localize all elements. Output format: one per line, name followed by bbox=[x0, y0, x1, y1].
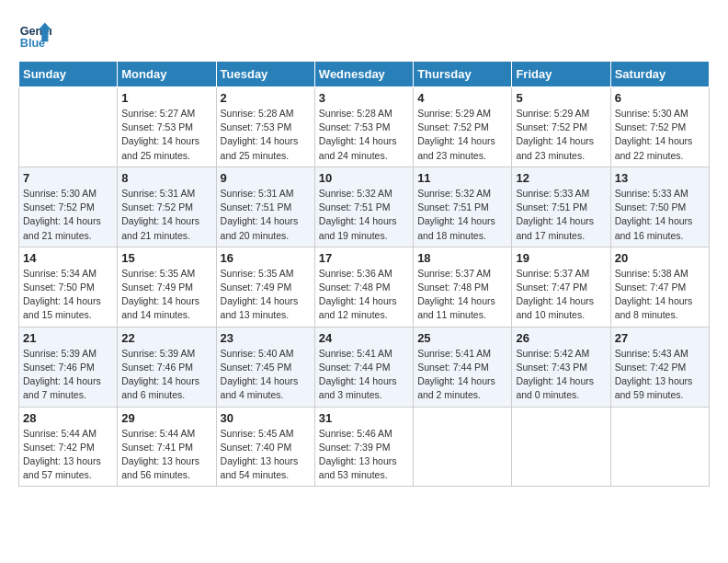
day-info: Sunrise: 5:29 AM Sunset: 7:52 PM Dayligh… bbox=[516, 107, 606, 163]
day-number: 28 bbox=[23, 411, 113, 425]
day-number: 31 bbox=[319, 411, 409, 425]
day-number: 19 bbox=[516, 251, 606, 265]
calendar-cell: 15Sunrise: 5:35 AM Sunset: 7:49 PM Dayli… bbox=[118, 247, 216, 327]
calendar-cell: 14Sunrise: 5:34 AM Sunset: 7:50 PM Dayli… bbox=[19, 247, 118, 327]
weekday-header-row: SundayMondayTuesdayWednesdayThursdayFrid… bbox=[19, 62, 710, 87]
calendar-cell: 28Sunrise: 5:44 AM Sunset: 7:42 PM Dayli… bbox=[19, 407, 118, 487]
calendar-cell: 26Sunrise: 5:42 AM Sunset: 7:43 PM Dayli… bbox=[512, 327, 610, 407]
day-info: Sunrise: 5:30 AM Sunset: 7:52 PM Dayligh… bbox=[615, 107, 705, 163]
calendar-cell: 3Sunrise: 5:28 AM Sunset: 7:53 PM Daylig… bbox=[314, 87, 413, 167]
weekday-header-thursday: Thursday bbox=[414, 62, 512, 87]
day-number: 20 bbox=[615, 251, 705, 265]
calendar-cell: 17Sunrise: 5:36 AM Sunset: 7:48 PM Dayli… bbox=[314, 247, 413, 327]
calendar-cell: 27Sunrise: 5:43 AM Sunset: 7:42 PM Dayli… bbox=[610, 327, 709, 407]
weekday-header-tuesday: Tuesday bbox=[216, 62, 314, 87]
day-info: Sunrise: 5:38 AM Sunset: 7:47 PM Dayligh… bbox=[615, 267, 705, 323]
day-info: Sunrise: 5:37 AM Sunset: 7:48 PM Dayligh… bbox=[417, 267, 507, 323]
day-info: Sunrise: 5:30 AM Sunset: 7:52 PM Dayligh… bbox=[23, 187, 113, 243]
calendar-cell: 30Sunrise: 5:45 AM Sunset: 7:40 PM Dayli… bbox=[216, 407, 314, 487]
day-number: 7 bbox=[23, 171, 113, 185]
day-number: 29 bbox=[121, 411, 211, 425]
day-info: Sunrise: 5:44 AM Sunset: 7:42 PM Dayligh… bbox=[23, 427, 113, 483]
calendar-cell: 5Sunrise: 5:29 AM Sunset: 7:52 PM Daylig… bbox=[512, 87, 610, 167]
day-number: 16 bbox=[221, 251, 311, 265]
svg-text:Blue: Blue bbox=[20, 37, 45, 50]
day-info: Sunrise: 5:35 AM Sunset: 7:49 PM Dayligh… bbox=[221, 267, 311, 323]
calendar-cell bbox=[610, 407, 709, 487]
day-info: Sunrise: 5:41 AM Sunset: 7:44 PM Dayligh… bbox=[417, 347, 507, 403]
day-info: Sunrise: 5:33 AM Sunset: 7:51 PM Dayligh… bbox=[516, 187, 606, 243]
day-number: 18 bbox=[417, 251, 507, 265]
day-info: Sunrise: 5:28 AM Sunset: 7:53 PM Dayligh… bbox=[221, 107, 311, 163]
logo-icon: General Blue bbox=[18, 18, 51, 52]
day-number: 21 bbox=[23, 331, 113, 345]
day-number: 13 bbox=[615, 171, 705, 185]
calendar-cell: 23Sunrise: 5:40 AM Sunset: 7:45 PM Dayli… bbox=[216, 327, 314, 407]
calendar-cell: 1Sunrise: 5:27 AM Sunset: 7:53 PM Daylig… bbox=[118, 87, 216, 167]
week-row-1: 1Sunrise: 5:27 AM Sunset: 7:53 PM Daylig… bbox=[19, 87, 710, 167]
day-info: Sunrise: 5:27 AM Sunset: 7:53 PM Dayligh… bbox=[121, 107, 211, 163]
calendar-cell: 6Sunrise: 5:30 AM Sunset: 7:52 PM Daylig… bbox=[610, 87, 709, 167]
calendar-cell: 16Sunrise: 5:35 AM Sunset: 7:49 PM Dayli… bbox=[216, 247, 314, 327]
day-number: 8 bbox=[121, 171, 211, 185]
day-info: Sunrise: 5:31 AM Sunset: 7:51 PM Dayligh… bbox=[221, 187, 311, 243]
day-info: Sunrise: 5:39 AM Sunset: 7:46 PM Dayligh… bbox=[23, 347, 113, 403]
day-number: 24 bbox=[319, 331, 409, 345]
weekday-header-wednesday: Wednesday bbox=[314, 62, 413, 87]
day-number: 27 bbox=[615, 331, 705, 345]
weekday-header-friday: Friday bbox=[512, 62, 610, 87]
calendar-cell bbox=[19, 87, 118, 167]
calendar-cell: 22Sunrise: 5:39 AM Sunset: 7:46 PM Dayli… bbox=[118, 327, 216, 407]
calendar-cell: 21Sunrise: 5:39 AM Sunset: 7:46 PM Dayli… bbox=[19, 327, 118, 407]
calendar-cell: 12Sunrise: 5:33 AM Sunset: 7:51 PM Dayli… bbox=[512, 167, 610, 247]
day-info: Sunrise: 5:33 AM Sunset: 7:50 PM Dayligh… bbox=[615, 187, 705, 243]
day-info: Sunrise: 5:39 AM Sunset: 7:46 PM Dayligh… bbox=[121, 347, 211, 403]
calendar-cell: 4Sunrise: 5:29 AM Sunset: 7:52 PM Daylig… bbox=[414, 87, 512, 167]
day-number: 1 bbox=[121, 91, 211, 105]
day-number: 15 bbox=[121, 251, 211, 265]
calendar-cell: 20Sunrise: 5:38 AM Sunset: 7:47 PM Dayli… bbox=[610, 247, 709, 327]
day-number: 22 bbox=[121, 331, 211, 345]
day-info: Sunrise: 5:43 AM Sunset: 7:42 PM Dayligh… bbox=[615, 347, 705, 403]
calendar-cell: 19Sunrise: 5:37 AM Sunset: 7:47 PM Dayli… bbox=[512, 247, 610, 327]
day-info: Sunrise: 5:29 AM Sunset: 7:52 PM Dayligh… bbox=[417, 107, 507, 163]
calendar-cell: 7Sunrise: 5:30 AM Sunset: 7:52 PM Daylig… bbox=[19, 167, 118, 247]
day-info: Sunrise: 5:46 AM Sunset: 7:39 PM Dayligh… bbox=[319, 427, 409, 483]
day-number: 2 bbox=[221, 91, 311, 105]
day-info: Sunrise: 5:44 AM Sunset: 7:41 PM Dayligh… bbox=[121, 427, 211, 483]
calendar-table: SundayMondayTuesdayWednesdayThursdayFrid… bbox=[18, 61, 710, 487]
logo: General Blue bbox=[18, 18, 55, 52]
day-number: 23 bbox=[221, 331, 311, 345]
day-number: 25 bbox=[417, 331, 507, 345]
day-info: Sunrise: 5:34 AM Sunset: 7:50 PM Dayligh… bbox=[23, 267, 113, 323]
calendar-cell: 13Sunrise: 5:33 AM Sunset: 7:50 PM Dayli… bbox=[610, 167, 709, 247]
day-info: Sunrise: 5:37 AM Sunset: 7:47 PM Dayligh… bbox=[516, 267, 606, 323]
calendar-cell: 29Sunrise: 5:44 AM Sunset: 7:41 PM Dayli… bbox=[118, 407, 216, 487]
day-number: 5 bbox=[516, 91, 606, 105]
week-row-4: 21Sunrise: 5:39 AM Sunset: 7:46 PM Dayli… bbox=[19, 327, 710, 407]
day-info: Sunrise: 5:35 AM Sunset: 7:49 PM Dayligh… bbox=[121, 267, 211, 323]
day-info: Sunrise: 5:32 AM Sunset: 7:51 PM Dayligh… bbox=[319, 187, 409, 243]
calendar-cell: 11Sunrise: 5:32 AM Sunset: 7:51 PM Dayli… bbox=[414, 167, 512, 247]
calendar-cell: 10Sunrise: 5:32 AM Sunset: 7:51 PM Dayli… bbox=[314, 167, 413, 247]
calendar-cell bbox=[512, 407, 610, 487]
week-row-3: 14Sunrise: 5:34 AM Sunset: 7:50 PM Dayli… bbox=[19, 247, 710, 327]
calendar-cell: 25Sunrise: 5:41 AM Sunset: 7:44 PM Dayli… bbox=[414, 327, 512, 407]
day-info: Sunrise: 5:36 AM Sunset: 7:48 PM Dayligh… bbox=[319, 267, 409, 323]
day-number: 11 bbox=[417, 171, 507, 185]
calendar-cell bbox=[414, 407, 512, 487]
day-info: Sunrise: 5:32 AM Sunset: 7:51 PM Dayligh… bbox=[417, 187, 507, 243]
weekday-header-saturday: Saturday bbox=[610, 62, 709, 87]
day-info: Sunrise: 5:45 AM Sunset: 7:40 PM Dayligh… bbox=[221, 427, 311, 483]
day-number: 10 bbox=[319, 171, 409, 185]
week-row-2: 7Sunrise: 5:30 AM Sunset: 7:52 PM Daylig… bbox=[19, 167, 710, 247]
day-number: 26 bbox=[516, 331, 606, 345]
calendar-cell: 31Sunrise: 5:46 AM Sunset: 7:39 PM Dayli… bbox=[314, 407, 413, 487]
day-number: 6 bbox=[615, 91, 705, 105]
day-info: Sunrise: 5:42 AM Sunset: 7:43 PM Dayligh… bbox=[516, 347, 606, 403]
page-header: General Blue bbox=[18, 18, 710, 52]
calendar-cell: 18Sunrise: 5:37 AM Sunset: 7:48 PM Dayli… bbox=[414, 247, 512, 327]
day-number: 14 bbox=[23, 251, 113, 265]
day-info: Sunrise: 5:41 AM Sunset: 7:44 PM Dayligh… bbox=[319, 347, 409, 403]
calendar-cell: 24Sunrise: 5:41 AM Sunset: 7:44 PM Dayli… bbox=[314, 327, 413, 407]
